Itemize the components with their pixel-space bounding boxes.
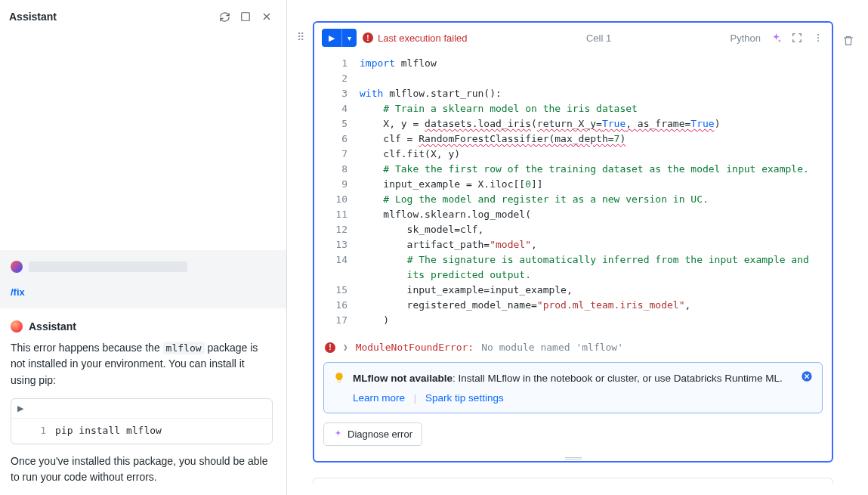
play-icon[interactable]: ▶ [17, 404, 23, 413]
assistant-header: Assistant [0, 0, 286, 33]
expand-error-icon[interactable]: ❯ [343, 342, 348, 352]
assistant-message: Assistant This error happens because the… [0, 308, 286, 495]
snippet-gutter: 1 [11, 419, 55, 444]
user-avatar-icon [11, 261, 23, 273]
tip-close-icon[interactable] [801, 370, 814, 384]
cell-toolbar: ▶ ▾ ! Last execution failed Cell 1 Pytho… [314, 23, 832, 53]
delete-cell-icon[interactable] [842, 35, 854, 495]
assistant-explanation: This error happens because the mlflow pa… [11, 340, 273, 389]
tip-title: MLflow not available [353, 373, 453, 384]
code-editor[interactable]: 1234567891011121314 151617 import mlflow… [314, 53, 832, 334]
assistant-avatar-icon [11, 320, 23, 333]
spark-tip-link[interactable]: Spark tip settings [425, 392, 504, 404]
code-content[interactable]: import mlflow with mlflow.start_run(): #… [355, 53, 832, 334]
user-name-redacted [29, 261, 187, 272]
fix-command: /fix [11, 286, 25, 298]
execution-status: ! Last execution failed [363, 32, 468, 44]
refresh-icon[interactable] [214, 6, 235, 27]
error-badge-icon: ! [363, 32, 373, 43]
cell-label: Cell 1 [474, 32, 724, 44]
error-message: No module named 'mlflow' [481, 342, 623, 353]
fullscreen-icon[interactable] [791, 32, 803, 44]
cell-resize-handle[interactable] [314, 456, 832, 461]
run-dropdown-icon[interactable]: ▾ [341, 29, 357, 47]
assistant-code-snippet: ▶ 1 pip install mlflow [11, 398, 273, 444]
tip-body-text: : Install MLflow in the notebook or clus… [453, 373, 783, 384]
kebab-menu-icon[interactable] [812, 32, 824, 44]
notebook-area: ⠿ ▶ ▾ ! Last execution failed Cell 1 Pyt… [287, 0, 868, 495]
code-cell: ▶ ▾ ! Last execution failed Cell 1 Pytho… [313, 21, 833, 463]
svg-point-3 [817, 40, 819, 42]
cell-language[interactable]: Python [731, 32, 761, 44]
snippet-code[interactable]: pip install mlflow [55, 419, 272, 444]
sparkle-icon [333, 429, 343, 439]
error-output: ! ❯ ModuleNotFoundError: No module named… [314, 334, 832, 359]
expand-icon[interactable] [235, 6, 256, 27]
assistant-title: Assistant [9, 11, 214, 23]
learn-more-link[interactable]: Learn more [353, 392, 405, 404]
run-button[interactable]: ▶ [322, 29, 341, 47]
assistant-label: Assistant [29, 320, 76, 333]
tip-callout: MLflow not available: Install MLflow in … [323, 362, 823, 413]
svg-point-1 [817, 34, 819, 36]
svg-point-2 [817, 37, 819, 39]
line-gutter: 1234567891011121314 151617 [314, 53, 355, 334]
close-icon[interactable] [256, 6, 277, 27]
lightbulb-icon [333, 372, 347, 384]
drag-handle-icon[interactable]: ⠿ [297, 35, 305, 39]
user-message: /fix [0, 250, 286, 308]
ai-sparkle-icon[interactable] [770, 32, 782, 44]
error-icon: ! [325, 342, 335, 353]
run-button-group[interactable]: ▶ ▾ [322, 29, 357, 47]
svg-rect-0 [242, 13, 250, 21]
assistant-followup: Once you've installed this package, you … [11, 453, 273, 486]
snippet-toolbar: ▶ [11, 399, 272, 419]
error-name: ModuleNotFoundError: [356, 342, 474, 353]
assistant-panel: Assistant /fix Assistant This error happ… [0, 0, 287, 495]
next-cell-placeholder [313, 478, 833, 484]
diagnose-error-button[interactable]: Diagnose error [323, 422, 422, 446]
